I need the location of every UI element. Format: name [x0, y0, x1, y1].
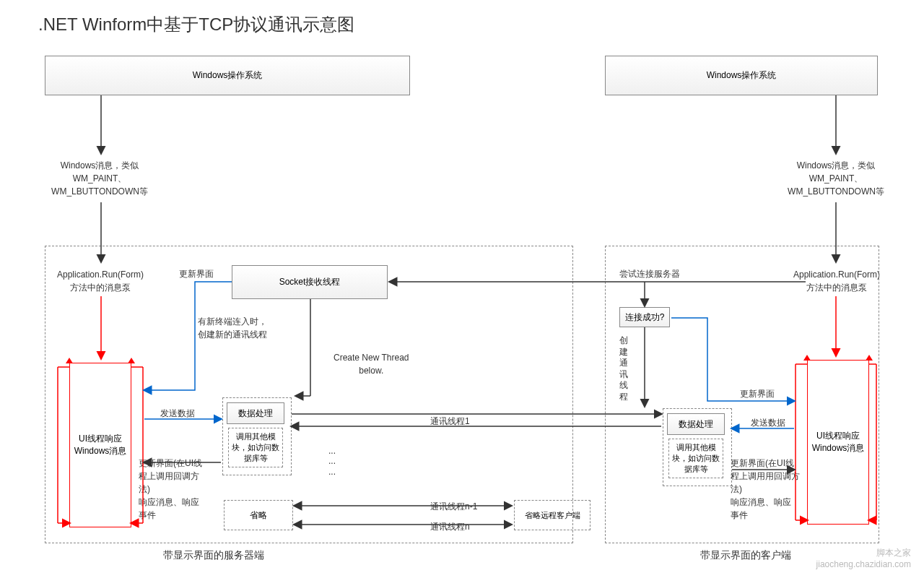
update-ui-right-label: 更新界面 — [740, 387, 775, 400]
connect-ok-box: 连接成功? — [619, 307, 670, 327]
comm-n-label: 通讯线程n — [430, 520, 470, 533]
send-data-right: 发送数据 — [751, 416, 785, 429]
create-comm-thread-label: 创 建 通 讯 线 程 — [619, 335, 628, 403]
footer-right: 带显示界面的客户端 — [700, 549, 791, 562]
data-process-wrap-right — [663, 408, 732, 486]
send-data-left: 发送数据 — [160, 407, 195, 420]
create-thread-label: Create New Thread below. — [334, 351, 409, 377]
socket-thread-box: Socket接收线程 — [232, 265, 388, 299]
data-process-wrap-left — [222, 397, 292, 475]
try-connect-label: 尝试连接服务器 — [619, 267, 680, 280]
winmsg-right: Windows消息，类似 WM_PAINT、 WM_LBUTTONDOWN等 — [785, 159, 886, 198]
watermark: 脚本之家 jiaocheng.chazidian.com — [816, 547, 911, 569]
ellipsis: ... ... ... — [328, 446, 336, 477]
new-terminal-label: 有新终端连入时， 创建新的通讯线程 — [198, 315, 267, 341]
comm1-label: 通讯线程1 — [430, 415, 470, 428]
omit-remote-box: 省略远程客户端 — [514, 500, 590, 530]
os-box-left: Windows操作系统 — [45, 56, 410, 95]
diagram-title: .NET Winform中基于TCP协议通讯示意图 — [38, 13, 354, 36]
ui-thread-box-right: UI线程响应 Windows消息 — [807, 360, 869, 525]
update-callback-left: 更新界面(在UI线 程上调用回调方 法) 响应消息、响应 事件 — [139, 457, 214, 522]
update-callback-right: 更新界面(在UI线 程上调用用回调方 法) 响应消息、响应 事件 — [731, 457, 806, 522]
footer-left: 带显示界面的服务器端 — [163, 549, 264, 562]
omit-box: 省略 — [224, 500, 293, 530]
os-box-right: Windows操作系统 — [605, 56, 878, 95]
ui-thread-box-left: UI线程响应 Windows消息 — [69, 363, 131, 527]
update-ui-label: 更新界面 — [179, 267, 214, 280]
winmsg-left: Windows消息，类似 WM_PAINT、 WM_LBUTTONDOWN等 — [49, 159, 150, 198]
comm-n1-label: 通讯线程n-1 — [430, 500, 477, 513]
